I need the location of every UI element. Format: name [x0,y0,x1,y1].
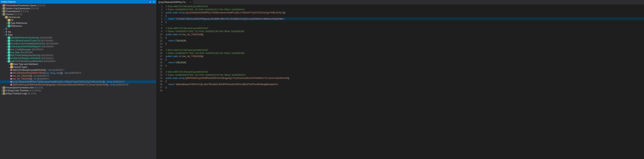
method-item[interactable]: xMdYZXC9eUqHz1pzwB33U0x0() : void @06000… [0,69,156,72]
class-item[interactable]: ▸mw_ConfigDecryptor @02000011 [0,48,156,51]
code-line[interactable]: // Stub.xMdYZXC9eUqHz1pzwB33U0x0 [164,27,644,30]
node-label[interactable]: PresentationFramework.Classic (5.0.0.0) [6,4,45,7]
code-line[interactable]: // Stub.xMdYZXC9eUqHz1pzwB33U0x0 [164,5,644,8]
code-line[interactable]: return "V74LWvT5BxOumEN1PiRgmaouW1B9K1fM… [164,17,644,20]
expand-icon[interactable]: ▸ [6,37,8,39]
code-line[interactable]: return 72624326; [164,39,644,42]
pe-item[interactable]: ▸PE [0,19,156,22]
class-item[interactable]: ▸XhZMcr5G0Dj3apLXSS0v6V8v @02000012 [0,57,156,60]
node-label[interactable]: xMdYZXC9eUqHz1pzwB33U0x0() : void @06000… [12,69,64,71]
namespace-item[interactable]: ▾{}Stub [0,33,156,36]
node-label[interactable]: PresentationUI (5.0.0.0) [6,10,29,13]
node-label[interactable]: DX8u8Jpx0NxHXPQi558yQAYi @0200000A [10,45,54,48]
close-panel-icon[interactable]: ✕ [153,1,155,3]
code-line[interactable]: return "6qNxhBmaU7HR3Trx7QLXbA7fSnJ6uC3O… [164,83,644,86]
assembly-item[interactable]: ▸PresentationFramework.Aero (5.0.0.0) [0,86,156,89]
node-label[interactable]: mw_ConfigDecryptor @02000011 [10,48,44,51]
assembly-item[interactable]: ▸System.Linq.Expressions (5.0.0.0) [0,7,156,10]
code-line[interactable]: } [164,86,644,89]
node-label[interactable]: xMdYZXC9eUqHz1pzwB33U0x0 @0200000C [10,60,56,63]
expand-icon[interactable]: ▸ [6,25,8,27]
expand-icon[interactable]: ▸ [6,57,8,59]
node-label[interactable]: Qi1pO36atio8JtISf9PEy1TdZ8kn2anwU3w6R7qJ… [12,81,125,83]
expand-icon[interactable]: ▸ [6,46,8,48]
class-item[interactable]: ▸DUJoBz1CSsOAxMhMQMCEZ2mu @0200000D [0,42,156,45]
code-line[interactable]: public static int mw_ret_72624326() [164,33,644,36]
node-label[interactable]: mw_ret_72624326() : int @0600007C [12,78,49,80]
code-line[interactable]: // Token: 0x0600007A RID: 122 RVA: 0x000… [164,30,644,33]
expand-icon[interactable]: ▾ [1,13,2,15]
method-item[interactable]: mw_ret_72624326() : int @0600007A [0,74,156,77]
code-line[interactable]: { [164,80,644,83]
code-line[interactable]: } [164,64,644,67]
node-label[interactable]: System.Linq.Expressions (5.0.0.0) [6,7,39,10]
expand-icon[interactable]: ▸ [6,49,8,50]
expand-icon[interactable]: ▸ [1,87,2,89]
expand-icon[interactable]: ▸ [6,19,8,21]
node-label[interactable]: mw_Main @02000008 [10,51,32,54]
dropdown-icon[interactable]: ▾ [150,1,152,3]
code-line[interactable]: } [164,42,644,45]
namespace-item[interactable]: ▸{}My [0,31,156,33]
code-line[interactable]: } [164,20,644,24]
node-label[interactable]: Base Type and Interfaces [13,63,38,65]
expand-icon[interactable]: ▸ [6,43,8,45]
code-line[interactable] [164,67,644,70]
editor-tab[interactable]: Qi1pO36atio8JtISf9PEy1TdZ8kn2anwU3w... × [156,0,193,5]
code-line[interactable]: public static int mw_ret_72624326() [164,55,644,58]
expand-icon[interactable]: ▸ [8,66,10,68]
code-line[interactable]: // Token: 0x0600007C RID: 124 RVA: 0x000… [164,52,644,55]
method-item[interactable]: Qi1pO36atio8JtISf9PEy1TdZ8kn2anwU3w6R7qJ… [0,80,156,83]
expand-icon[interactable]: ▸ [6,22,8,24]
node-label[interactable]: 0i5UM9APN4xOf7SlCPp7khz @0200000E [10,37,52,39]
method-item[interactable]: 5RC3ZDm3UNXtAyx9GlGY9IOr(bool, string, b… [0,72,156,74]
expand-icon[interactable]: ▾ [6,60,8,62]
expand-icon[interactable]: ▸ [1,11,2,12]
code-line[interactable] [164,24,644,27]
expand-icon[interactable]: ▸ [3,28,5,30]
type-references[interactable]: ▸Type References [0,22,156,25]
node-label[interactable]: Chrome (1.0.0.0) [6,13,22,16]
assembly-item[interactable]: ▸PresentationUI (5.0.0.0) [0,10,156,13]
node-label[interactable]: Chrome.exe [8,16,20,19]
expand-icon[interactable]: ▸ [6,55,8,56]
code-line[interactable]: // Token: 0x0600007B RID: 123 RVA: 0x000… [164,73,644,76]
code-line[interactable]: public static string Qi1pO36atio8JtISf9P… [164,11,644,14]
node-label[interactable]: DKxUBHKhfLhdsI6YDxakcT9J @02000009 [10,39,53,42]
node-label[interactable]: References [10,25,22,27]
code-line[interactable]: { [164,58,644,61]
expand-icon[interactable]: ▸ [8,63,10,65]
assembly-item[interactable]: ▸ICSharpCode.TreeView (4.2.0.8752) [0,89,156,92]
expand-icon[interactable]: ▸ [6,40,8,42]
code-line[interactable] [164,45,644,48]
expand-icon[interactable]: ▸ [1,5,2,7]
node-label[interactable]: My [8,31,11,33]
expand-icon[interactable]: ▸ [1,8,2,9]
node-label[interactable]: ICSharpCode.TreeView (4.2.0.8752) [6,89,41,92]
code-line[interactable]: { [164,14,644,17]
code-line[interactable]: { [164,36,644,39]
expand-icon[interactable]: ▸ [1,93,2,94]
class-item[interactable]: ▸RSLTJHclILlKWtyGkw2NcGSp @02000010 [0,54,156,57]
code-line[interactable]: // Stub.xMdYZXC9eUqHz1pzwB33U0x0 [164,48,644,52]
node-label[interactable]: Stub [8,34,13,36]
references[interactable]: ▸References [0,25,156,28]
class-item[interactable]: ▾xMdYZXC9eUqHz1pzwB33U0x0 @0200000C [0,60,156,63]
code-line[interactable]: // Token: 0x06000079 RID: 121 RVA: 0x000… [164,8,644,11]
code-line[interactable] [164,89,644,92]
assembly-item[interactable]: ▾Chrome (1.0.0.0) [0,13,156,16]
assembly-tree[interactable]: ▸PresentationFramework.Classic (5.0.0.0)… [0,4,156,159]
class-item[interactable]: ▸mw_Main @02000008 [0,51,156,54]
node-label[interactable]: dnSpy.Contracts.Logic (6.1.8.0) [6,92,36,95]
code-body[interactable]: // Stub.xMdYZXC9eUqHz1pzwB33U0x0// Token… [164,5,644,159]
node-label[interactable]: RSLTJHclILlKWtyGkw2NcGSp @02000010 [10,54,53,57]
node-label[interactable]: PE [10,19,14,22]
assembly-item[interactable]: ▸dnSpy.Contracts.Logic (6.1.8.0) [0,92,156,95]
assembly-item[interactable]: ▸PresentationFramework.Classic (5.0.0.0) [0,4,156,7]
close-tab-icon[interactable]: × [190,1,191,4]
node-label[interactable]: QtMfYe4EGuydXD9Rtnkk4f5mOm58ugyi3gYJYyN1… [12,83,128,86]
class-item[interactable]: ▸0i5UM9APN4xOf7SlCPp7khz @0200000E [0,36,156,39]
code-line[interactable]: public static string QtMfYe4EGuydXD9Rtnk… [164,76,644,80]
node-label[interactable]: mw_ret_72624326() : int @0600007A [12,75,49,77]
node-label[interactable]: 5RC3ZDm3UNXtAyx9GlGY9IOr(bool, string, b… [12,72,81,74]
